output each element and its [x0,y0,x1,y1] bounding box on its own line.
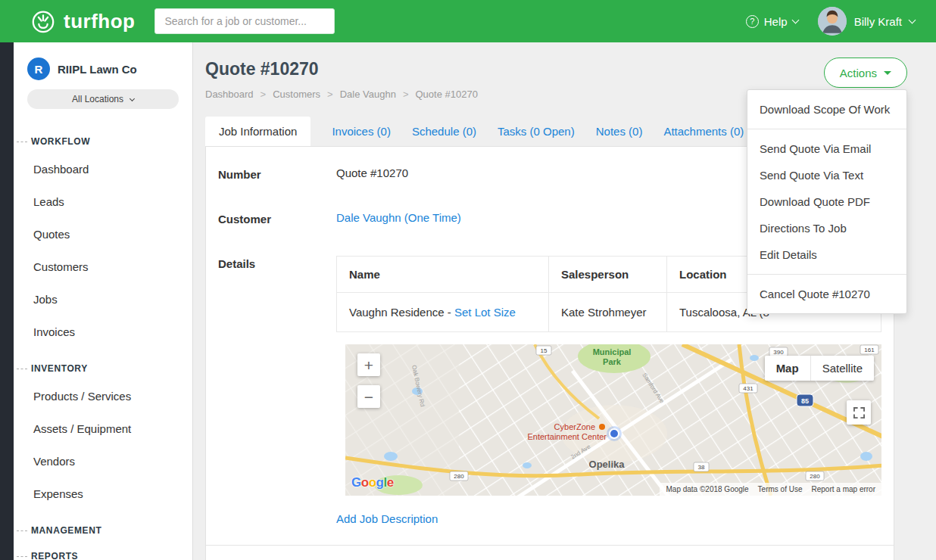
section-head-workflow: WORKFLOW [14,136,192,147]
section-head-reports: REPORTS [14,551,192,560]
chevron-down-icon [909,16,916,23]
property-name: Vaughn Residence - [349,306,454,319]
app: turfhop ? Help Billy Kraft [0,0,936,560]
locations-dropdown[interactable]: All Locations [27,89,179,109]
zoom-in-button[interactable]: + [357,353,380,376]
customer-type-link[interactable]: (One Time) [404,211,461,224]
help-menu[interactable]: ? Help [746,15,798,28]
sidebar-item-products-services[interactable]: Products / Services [14,380,192,412]
brand-name: turfhop [64,10,135,33]
add-job-description-link[interactable]: Add Job Description [336,512,438,525]
svg-text:431: 431 [743,385,753,392]
chevron-down-icon [129,95,135,101]
actions-button[interactable]: Actions [824,58,907,88]
topbar-right: ? Help Billy Kraft [746,7,915,36]
salesperson-cell: Kate Strohmeyer [549,293,667,332]
nav-section-reports: REPORTS [14,551,192,560]
svg-text:280: 280 [454,473,464,480]
brand-logo[interactable]: turfhop [30,8,135,34]
menu-item-send-quote-email[interactable]: Send Quote Via Email [747,135,906,162]
details-col-salesperson: Salesperson [549,257,667,293]
breadcrumb-customers[interactable]: Customers [273,89,320,100]
map-type-toggle: Map Satellite [765,356,874,381]
tab-invoices[interactable]: Invoices (0) [332,117,391,146]
breadcrumb-dashboard[interactable]: Dashboard [205,89,254,100]
customer-name-link[interactable]: Dale Vaughn [336,211,401,224]
route-shield-280-b: 280 [806,471,824,481]
breadcrumb-separator: > [261,89,267,100]
svg-text:280: 280 [810,473,820,480]
svg-text:390: 390 [773,349,784,356]
help-label: Help [764,15,788,28]
nav-section-workflow: WORKFLOW Dashboard Leads Quotes Customer… [14,136,192,348]
user-menu[interactable]: Billy Kraft [818,7,915,36]
tab-attachments[interactable]: Attachments (0) [663,117,744,146]
menu-item-download-quote-pdf[interactable]: Download Quote PDF [747,188,906,215]
nav-section-inventory: INVENTORY Products / Services Assets / E… [14,363,192,510]
tree-dashes-icon [17,556,27,557]
sidebar-item-vendors[interactable]: Vendors [14,445,192,478]
tab-notes[interactable]: Notes (0) [596,117,643,146]
menu-item-directions-to-job[interactable]: Directions To Job [747,215,906,241]
sidebar-nav: WORKFLOW Dashboard Leads Quotes Customer… [14,109,192,560]
section-head-inventory: INVENTORY [14,363,192,374]
report-map-error-link[interactable]: Report a map error [812,485,875,493]
map-view-button[interactable]: Map [765,356,810,381]
route-shield-280: 280 [450,471,468,481]
sidebar-item-assets-equipment[interactable]: Assets / Equipment [14,412,192,445]
tab-job-information[interactable]: Job Information [205,117,310,146]
map-label-park-2: Park [603,357,622,366]
map-label-park-1: Municipal [593,347,632,356]
sidebar-item-customers[interactable]: Customers [14,250,192,283]
details-label: Details [218,256,336,530]
sidebar: R RIIPL Lawn Co All Locations WORKFLOW D… [14,42,193,560]
map-widget[interactable]: Municipal Park CyberZone Entertainment C… [345,344,881,496]
tree-dashes-icon [17,530,27,531]
items-row: Items Product / Service Quantity [206,546,894,560]
menu-group: Download Scope Of Work [747,90,906,129]
tab-schedule[interactable]: Schedule (0) [412,117,476,146]
interstate-shield-85: 85 [797,394,813,406]
company-name: RIIPL Lawn Co [58,63,137,76]
menu-group: Cancel Quote #10270 [747,274,906,313]
menu-item-download-scope[interactable]: Download Scope Of Work [747,96,906,123]
company-logo: R [27,58,50,80]
sidebar-item-dashboard[interactable]: Dashboard [14,153,192,185]
caret-down-icon [884,71,891,75]
route-shield-161: 161 [860,345,878,354]
section-head-management: MANAGEMENT [14,525,192,536]
poi-icon [599,424,605,430]
section-label: REPORTS [31,551,78,560]
set-lot-size-link[interactable]: Set Lot Size [454,306,516,319]
global-search-input[interactable] [154,8,335,34]
fullscreen-button[interactable] [847,400,871,425]
sidebar-item-expenses[interactable]: Expenses [14,478,192,510]
sidebar-item-leads[interactable]: Leads [14,185,192,218]
google-logo[interactable]: Google [351,475,394,490]
terms-of-use-link[interactable]: Terms of Use [758,485,803,493]
route-shield-15: 15 [536,346,551,355]
property-name-cell: Vaughn Residence - Set Lot Size [337,293,549,332]
map-label-city: Opelika [589,459,626,470]
page-title: Quote #10270 [205,59,907,79]
main-content: Quote #10270 Dashboard > Customers > Dal… [193,42,936,560]
menu-item-send-quote-text[interactable]: Send Quote Via Text [747,162,906,188]
top-bar: turfhop ? Help Billy Kraft [0,0,936,42]
satellite-view-button[interactable]: Satellite [810,356,874,381]
fullscreen-icon [853,407,865,418]
avatar [818,7,847,36]
menu-item-cancel-quote[interactable]: Cancel Quote #10270 [747,281,906,307]
map-label-poi-2: Entertainment Center [527,432,607,441]
sidebar-item-quotes[interactable]: Quotes [14,218,192,250]
breadcrumb-customer-name[interactable]: Dale Vaughn [340,89,396,100]
zoom-out-button[interactable]: − [357,385,380,408]
section-label: INVENTORY [31,363,88,374]
sidebar-item-invoices[interactable]: Invoices [14,316,192,348]
sidebar-item-jobs[interactable]: Jobs [14,283,192,316]
menu-item-edit-details[interactable]: Edit Details [747,241,906,268]
user-name: Billy Kraft [854,15,902,28]
details-col-name: Name [337,257,549,293]
number-label: Number [218,166,336,181]
help-icon: ? [746,15,759,28]
tab-tasks[interactable]: Tasks (0 Open) [498,117,575,146]
